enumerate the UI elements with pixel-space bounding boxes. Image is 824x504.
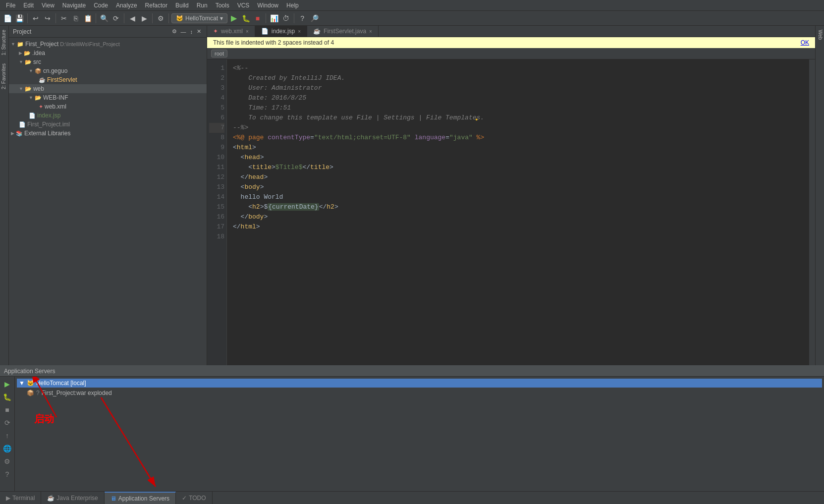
toolbar: 📄 💾 ↩ ↪ ✂ ⎘ 📋 🔍 ⟳ ◀ ▶ ⚙ 🐱 HelloTomcat ▾ … — [0, 11, 824, 26]
menu-help[interactable]: Help — [282, 1, 303, 10]
tab-indexjsp[interactable]: 📄 index.jsp × — [255, 26, 307, 37]
bottom-tabs: ▶ Terminal ☕ Java Enterprise 🖥 Applicati… — [0, 491, 824, 504]
copy-btn[interactable]: ⎘ — [70, 13, 81, 24]
menu-file[interactable]: File — [2, 1, 19, 10]
web-folder-icon: 📂 — [25, 86, 32, 92]
forward-btn[interactable]: ▶ — [139, 13, 150, 24]
menu-vcs[interactable]: VCS — [233, 1, 254, 10]
paste-btn[interactable]: 📋 — [82, 13, 93, 24]
tab-firstservlet-close[interactable]: × — [369, 29, 372, 34]
tree-item-iml[interactable]: 📄 First_Project.iml — [9, 120, 207, 129]
menu-build[interactable]: Build — [171, 1, 193, 10]
structure-tab[interactable]: 1: Structure — [0, 26, 8, 59]
start-server-btn[interactable]: ▶ — [2, 379, 13, 390]
menu-view[interactable]: View — [38, 1, 58, 10]
save-btn[interactable]: 💾 — [14, 13, 25, 24]
cut-btn[interactable]: ✂ — [58, 13, 69, 24]
project-collapse-btn[interactable]: — — [179, 28, 188, 35]
tree-item-webxml[interactable]: ✦ web.xml — [9, 102, 207, 111]
tab-webxml-close[interactable]: × — [246, 29, 249, 34]
stop-server-btn[interactable]: ■ — [2, 404, 13, 415]
breadcrumb-root[interactable]: root — [211, 50, 227, 57]
tree-item-firstservlet[interactable]: ☕ FirstServlet — [9, 75, 207, 84]
run-button[interactable]: ▶ — [228, 13, 239, 24]
menu-window[interactable]: Window — [253, 1, 282, 10]
tab-indexjsp-close[interactable]: × — [298, 29, 301, 34]
java-enterprise-tab[interactable]: ☕ Java Enterprise — [41, 492, 104, 504]
menu-run[interactable]: Run — [193, 1, 212, 10]
code-content[interactable]: <%-- Created by IntelliJ IDEA. User: Adm… — [227, 59, 809, 365]
stop-btn[interactable]: ■ — [252, 13, 263, 24]
annotation-text: 启动 — [34, 412, 54, 426]
help-server-btn[interactable]: ? — [2, 469, 13, 480]
tree-item-webinf[interactable]: ▼ 📂 WEB-INF — [9, 93, 207, 102]
project-path: D:\IntelliWs\First_Project — [58, 41, 119, 47]
tree-item-src[interactable]: ▼ 📂 src — [9, 57, 207, 66]
terminal-tab[interactable]: ▶ Terminal — [0, 492, 41, 504]
tab-webxml[interactable]: ✦ web.xml × — [207, 26, 255, 37]
new-file-btn[interactable]: 📄 — [2, 13, 13, 24]
config-btn[interactable]: ⚙ — [2, 456, 13, 467]
redeploy-btn[interactable]: ⟳ — [2, 417, 13, 428]
project-expand-btn[interactable]: ↕ — [189, 28, 195, 35]
undo-btn[interactable]: ↩ — [30, 13, 41, 24]
main-area: 1: Structure 2: Favorites Project ⚙ — ↕ … — [0, 26, 824, 504]
debug-server-btn[interactable]: 🐛 — [2, 392, 13, 402]
menu-code[interactable]: Code — [90, 1, 112, 10]
todo-tab[interactable]: ✓ TODO — [176, 492, 212, 504]
todo-label: TODO — [189, 495, 206, 502]
favorites-tab[interactable]: 2: Favorites — [0, 59, 8, 93]
run-config-dropdown-icon: ▾ — [220, 15, 223, 22]
redo-btn[interactable]: ↪ — [42, 13, 53, 24]
tree-item-idea[interactable]: ▶ 📂 .idea — [9, 49, 207, 57]
tomcat-icon: 🐱 — [27, 380, 34, 387]
tree-item-cngeguo[interactable]: ▼ 📦 cn.geguo — [9, 66, 207, 75]
run-config-selector[interactable]: 🐱 HelloTomcat ▾ — [171, 13, 227, 23]
coverage-btn[interactable]: 📊 — [269, 13, 279, 24]
project-settings-btn[interactable]: ⚙ — [170, 28, 178, 35]
tree-item-external-libs[interactable]: ▶ 📚 External Libraries — [9, 129, 207, 138]
find-btn[interactable]: 🔍 — [99, 13, 110, 24]
help-btn[interactable]: ? — [297, 13, 308, 24]
package-icon: 📦 — [35, 68, 42, 74]
java-enterprise-label: Java Enterprise — [56, 495, 98, 502]
server-hellotomcat[interactable]: ▼ 🐱 HelloTomcat [local] — [17, 379, 822, 388]
build-btn[interactable]: ⚙ — [155, 13, 166, 24]
menu-navigate[interactable]: Navigate — [58, 1, 90, 10]
terminal-label: Terminal — [12, 495, 35, 502]
back-btn[interactable]: ◀ — [127, 13, 138, 24]
code-editor[interactable]: 1 2 3 4 5 6 7 8 9 10 11 12 13 14 15 16 1 — [207, 59, 815, 365]
project-close-btn[interactable]: ✕ — [195, 28, 203, 35]
tree-item-web[interactable]: ▼ 📂 web — [9, 84, 207, 93]
firstservlet-label: FirstServlet — [47, 76, 77, 83]
todo-icon: ✓ — [182, 495, 187, 502]
menu-refactor[interactable]: Refactor — [141, 1, 171, 10]
browser-btn[interactable]: 🌐 — [2, 443, 13, 454]
tab-firstservlet[interactable]: ☕ FirstServlet.java × — [307, 26, 379, 37]
expand-arrow: ▶ — [11, 131, 14, 136]
tree-item-indexjsp[interactable]: 📄 index.jsp — [9, 111, 207, 120]
search-everywhere-btn[interactable]: 🔎 — [309, 13, 320, 24]
project-title: Project — [13, 28, 31, 35]
expand-arrow: ▶ — [19, 51, 22, 56]
replace-btn[interactable]: ⟳ — [110, 13, 121, 24]
update-btn[interactable]: ↑ — [2, 430, 13, 441]
tab-webxml-icon: ✦ — [213, 28, 218, 35]
idea-label: .idea — [32, 50, 45, 56]
bottom-content: ▶ 🐛 ■ ⟳ ↑ 🌐 ⚙ ? ▼ 🐱 HelloTomcat [local] … — [0, 377, 824, 491]
scrollbar[interactable] — [809, 59, 815, 365]
tab-firstservlet-label: FirstServlet.java — [324, 28, 366, 35]
xml-icon: ✦ — [39, 104, 43, 110]
server-artifact[interactable]: 📦 ? First_Project:war exploded — [17, 389, 822, 397]
app-servers-tab[interactable]: 🖥 Application Servers — [105, 492, 176, 504]
menu-tools[interactable]: Tools — [212, 1, 233, 10]
folder-icon: 📂 — [24, 50, 31, 56]
menu-edit[interactable]: Edit — [19, 1, 38, 10]
web-right-tab[interactable]: Web — [816, 26, 824, 44]
info-action[interactable]: OK — [801, 39, 809, 46]
debug-button[interactable]: 🐛 — [240, 13, 251, 24]
profile-btn[interactable]: ⏱ — [280, 13, 291, 24]
menu-analyze[interactable]: Analyze — [112, 1, 141, 10]
tree-item-first-project[interactable]: ▼ 📁 First_Project D:\IntelliWs\First_Pro… — [9, 40, 207, 49]
left-panel-tabs: 1: Structure 2: Favorites — [0, 26, 9, 365]
